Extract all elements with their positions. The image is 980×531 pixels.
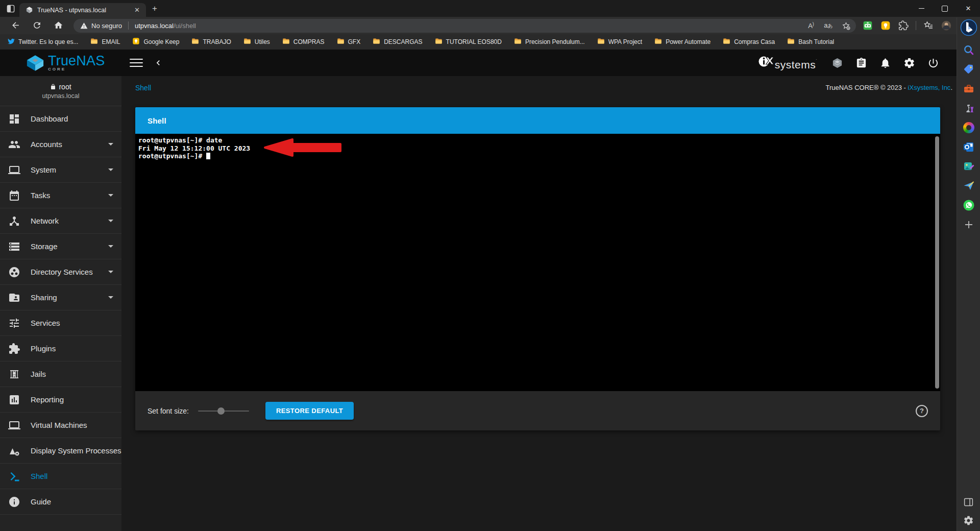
address-bar[interactable]: No seguro utpvnas.local /ui/shell A)aあ: [74, 19, 856, 33]
sidebar-item-shell[interactable]: Shell: [0, 464, 121, 489]
terminal-line: Fri May 12 15:12:00 UTC 2023: [138, 144, 940, 153]
notifications-bell-icon[interactable]: [879, 57, 891, 69]
font-size-slider[interactable]: [198, 411, 249, 412]
bing-chat-icon[interactable]: [960, 19, 977, 36]
tab-close-icon[interactable]: ✕: [132, 6, 142, 14]
browser-tab[interactable]: TrueNAS - utpvnas.local ✕: [19, 3, 146, 17]
terminal-scrollbar[interactable]: [935, 136, 939, 389]
outlook-icon[interactable]: [962, 140, 975, 153]
tasks-icon: [8, 189, 20, 202]
sidebar-item-tasks[interactable]: Tasks: [0, 183, 121, 208]
shopping-icon[interactable]: [962, 63, 975, 76]
bookmark-item[interactable]: Compras Casa: [723, 37, 775, 47]
ixsystems-link[interactable]: iXsystems, Inc: [908, 84, 951, 91]
folder-icon: [337, 37, 345, 47]
sidebar-item-directory-services[interactable]: Directory Services: [0, 259, 121, 285]
hamburger-menu-icon[interactable]: [130, 57, 143, 69]
sidebar-item-services[interactable]: Services: [0, 310, 121, 336]
bookmark-item[interactable]: Bash Tutorial: [787, 37, 834, 47]
settings-outline-icon[interactable]: [963, 515, 974, 526]
bookmark-item[interactable]: Twitter. Es lo que es...: [7, 37, 78, 47]
sidebar-item-guide[interactable]: Guide: [0, 489, 121, 515]
sidebar-item-storage[interactable]: Storage: [0, 234, 121, 259]
bookmark-item[interactable]: Utiles: [243, 37, 270, 47]
designer-icon[interactable]: [962, 160, 975, 173]
truenas-stack-icon[interactable]: [831, 57, 843, 69]
bookmark-item[interactable]: WPA Project: [597, 37, 642, 47]
collections-icon[interactable]: [923, 20, 934, 31]
sidebar-item-reporting[interactable]: Reporting: [0, 387, 121, 413]
sidebar-item-jails[interactable]: Jails: [0, 361, 121, 387]
tab-activity-icon[interactable]: [6, 4, 16, 14]
twitter-icon: [7, 37, 15, 47]
drop-icon[interactable]: [962, 179, 975, 192]
browser-toolbar: No seguro utpvnas.local /ui/shell A)aあ •…: [0, 17, 980, 34]
maximize-icon[interactable]: [933, 0, 957, 17]
bookmark-item[interactable]: DESCARGAS: [373, 37, 422, 47]
breadcrumb[interactable]: Shell: [135, 84, 151, 92]
folder-icon: [191, 37, 199, 47]
terminal-prompt: root@utpvnas[~]#: [138, 152, 940, 160]
sidebar-item-virtual-machines[interactable]: Virtual Machines: [0, 413, 121, 438]
folder-icon: [435, 37, 443, 47]
translate-icon[interactable]: aあ: [821, 19, 836, 32]
sidebar-item-display-system-processes[interactable]: Display System Processes: [0, 438, 121, 464]
terminal[interactable]: root@utpvnas[~]# date Fri May 12 15:12:0…: [135, 134, 940, 391]
read-aloud-icon[interactable]: A): [804, 19, 818, 32]
sidebar-item-label: Storage: [31, 242, 58, 251]
bookmark-item[interactable]: TRABAJO: [191, 37, 231, 47]
truenas-logo[interactable]: TrueNAS CORE: [0, 55, 121, 71]
visual-search-icon[interactable]: [962, 43, 975, 56]
close-icon[interactable]: ✕: [957, 0, 980, 17]
games-icon[interactable]: [962, 102, 975, 114]
home-icon[interactable]: [54, 20, 64, 31]
sidebar-item-plugins[interactable]: Plugins: [0, 336, 121, 361]
sidebar-item-accounts[interactable]: Accounts: [0, 132, 121, 157]
shell-card-title: Shell: [148, 116, 166, 125]
favorite-add-icon[interactable]: [839, 19, 853, 32]
bookmark-item[interactable]: Power Automate: [654, 37, 710, 47]
sidebar-item-label: Sharing: [31, 293, 57, 302]
sidebar-panel-icon[interactable]: [963, 497, 974, 508]
sidebar-item-system[interactable]: System: [0, 157, 121, 183]
folder-icon: [373, 37, 380, 47]
new-tab-icon[interactable]: +: [152, 4, 157, 14]
refresh-icon[interactable]: [32, 20, 42, 31]
bookmark-item[interactable]: EMAIL: [90, 37, 120, 47]
settings-gear-icon[interactable]: [903, 57, 915, 69]
sidebar-item-label: Accounts: [31, 140, 62, 149]
power-icon[interactable]: [927, 57, 939, 69]
roboform-icon[interactable]: [862, 20, 873, 31]
toolbox-icon[interactable]: [962, 82, 975, 95]
extensions-icon[interactable]: [898, 20, 909, 31]
microsoft-365-icon[interactable]: [962, 121, 975, 134]
edge-sidebar-icons: [962, 43, 975, 231]
sidebar-item-dashboard[interactable]: Dashboard: [0, 106, 121, 132]
vm-icon: [8, 419, 20, 431]
back-icon[interactable]: [11, 20, 21, 31]
bookmark-item[interactable]: GFX: [337, 37, 361, 47]
bookmark-label: TRABAJO: [203, 38, 231, 45]
google-keep-icon[interactable]: [880, 20, 891, 31]
sidebar-item-label: Dashboard: [31, 114, 68, 123]
url-path: /ui/shell: [174, 22, 196, 30]
tab-title: TrueNAS - utpvnas.local: [37, 7, 132, 14]
restore-default-button[interactable]: RESTORE DEFAULT: [265, 402, 354, 420]
sidebar-item-sharing[interactable]: Sharing: [0, 285, 121, 310]
bookmark-label: COMPRAS: [293, 38, 325, 45]
add-tool-icon[interactable]: [962, 218, 975, 231]
chevron-left-icon[interactable]: [153, 58, 163, 68]
tasks-clipboard-icon[interactable]: [855, 57, 867, 69]
ix-vendor-name: systems: [775, 59, 818, 71]
bookmark-item[interactable]: COMPRAS: [282, 37, 325, 47]
help-icon[interactable]: ?: [916, 405, 928, 417]
bookmark-item[interactable]: TUTORIAL EOS80D: [435, 37, 502, 47]
sidebar-item-label: Shell: [31, 472, 47, 480]
minimize-icon[interactable]: [910, 0, 933, 17]
profile-avatar-icon[interactable]: [941, 20, 952, 31]
bookmark-item[interactable]: Precision Pendulum...: [514, 37, 585, 47]
bookmark-item[interactable]: Google Keep: [132, 37, 179, 47]
sidebar-item-network[interactable]: Network: [0, 208, 121, 234]
whatsapp-icon[interactable]: [962, 199, 975, 211]
slider-thumb[interactable]: [217, 407, 225, 415]
